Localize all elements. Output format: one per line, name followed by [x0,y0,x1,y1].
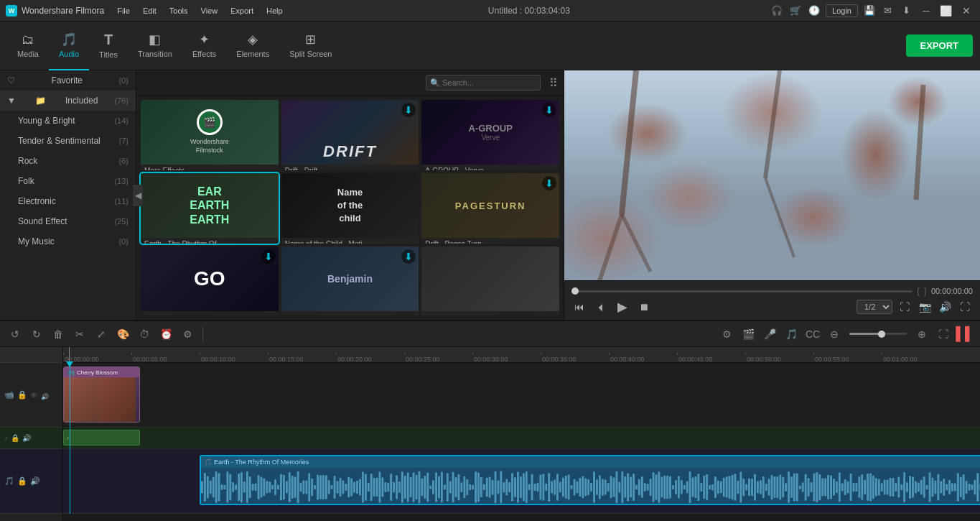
media-card-agroup[interactable]: A-GROUP Verve ⬇ A-GROUP - Verve [421,100,559,170]
tool-media[interactable]: 🗂 Media [7,22,49,70]
media-card-benjamin[interactable]: Benjamin ⬇ [281,246,419,315]
preview-controls: { } 00:00:00:00 ⏮ ⏴ ▶ ⏹ 1/2 2/2 ⛶ 📷 🔊 ⛶ [564,280,980,320]
sidebar-collapse-button[interactable]: ◀ [133,185,143,206]
media-card-drift[interactable]: DRIFT ⬇ Drift - Drift [281,100,419,170]
zoom-in-button[interactable]: ⊖ [825,325,844,344]
save-icon[interactable]: 💾 [862,4,877,18]
sidebar-young-bright[interactable]: Young & Bright (14) [0,111,136,131]
grid-toggle-icon[interactable]: ⠿ [549,76,558,90]
menu-view[interactable]: View [195,5,224,17]
sidebar-sound-effect-count: (25) [114,217,129,226]
svg-rect-240 [861,474,863,500]
tool-audio[interactable]: 🎵 Audio [49,22,89,70]
speed-button[interactable]: ⏱ [135,325,154,344]
tool-elements[interactable]: ◈ Elements [226,22,279,70]
sidebar-included[interactable]: ▼ 📁 Included (76) [0,91,136,111]
svg-rect-103 [475,471,477,503]
fullscreen-preview-button[interactable]: ⛶ [897,299,913,315]
zoom-slider[interactable] [849,333,907,335]
svg-rect-145 [593,471,595,502]
lock-attached-icon[interactable]: 🔒 [11,434,19,442]
zoom-out-button[interactable]: ⊕ [913,325,931,344]
download-icon[interactable]: ⬇ [900,4,914,18]
frame-back-button[interactable]: ⏴ [593,299,609,315]
svg-rect-178 [686,481,689,494]
media-card-blank[interactable] [421,246,559,315]
sidebar-electronic[interactable]: Electronic (11) [0,191,136,211]
snapshot-button[interactable]: 📷 [917,299,933,315]
svg-rect-256 [906,482,908,492]
titlebar-left: W Wondershare Filmora File Edit Tools Vi… [6,5,289,17]
svg-rect-78 [404,476,406,499]
svg-rect-26 [258,475,260,499]
play-button[interactable]: ▶ [615,299,630,315]
sidebar-sound-effect[interactable]: Sound Effect (25) [0,211,136,231]
tool-transition[interactable]: ◧ Transition [128,22,182,70]
timecode-display: 00:00:00:00 [931,287,973,295]
cart-icon[interactable]: 🛒 [788,4,803,18]
media-card-filmstock[interactable]: 🎬 WondershareFilmstock More Effects [141,100,279,170]
menu-tools[interactable]: Tools [164,5,194,17]
undo-button[interactable]: ↺ [6,325,24,344]
sidebar-rock[interactable]: Rock (6) [0,151,136,171]
video-clip[interactable]: 📹 Cherry Blossom [63,366,140,423]
svg-rect-100 [466,479,468,495]
timer-button[interactable]: ⏰ [157,325,175,344]
media-card-go[interactable]: GO ⬇ [141,246,279,315]
attached-audio-clip[interactable]: ♪ [63,430,140,446]
audio-lock-icon[interactable]: 🔒 [17,476,27,486]
tool-effects[interactable]: ✦ Effects [182,22,226,70]
headphone-icon[interactable]: 🎧 [770,4,784,18]
tool-titles[interactable]: T Titles [89,22,128,70]
tool-splitscreen[interactable]: ⊞ Split Screen [279,22,342,70]
menu-edit[interactable]: Edit [137,5,162,17]
video-lock-icon[interactable]: 🔒 [17,390,27,400]
progress-bar-track[interactable] [571,290,913,292]
mail-icon[interactable]: ✉ [881,4,895,18]
sidebar-my-music[interactable]: My Music (0) [0,231,136,252]
search-input[interactable] [426,75,541,91]
sidebar-rock-label: Rock [18,156,37,166]
svg-rect-125 [537,483,539,492]
video-eye-icon[interactable]: 👁 [30,391,38,400]
adjust-button[interactable]: ⚙ [178,325,197,344]
media-card-pagesturn[interactable]: PAGESTURN ⬇ Drift - Pages Turn [421,173,559,244]
menu-export[interactable]: Export [225,5,259,17]
settings-preview-button[interactable]: ⛶ [957,299,973,315]
audio-button[interactable]: 🎵 [782,325,801,344]
audio-clip[interactable]: 🎵 Earth - The Rhythm Of Memories [200,455,980,505]
vol-attached-icon[interactable]: 🔊 [22,434,31,442]
stop-button[interactable]: ⏹ [636,299,652,315]
color-button[interactable]: 🎨 [113,325,132,344]
page-selector[interactable]: 1/2 2/2 [857,300,892,314]
restore-button[interactable]: ⬜ [938,3,954,19]
login-button[interactable]: Login [826,4,858,17]
menu-file[interactable]: File [111,5,136,17]
sidebar-folk[interactable]: Folk (13) [0,171,136,191]
subtitle-button[interactable]: CC [803,325,822,344]
volume-preview-button[interactable]: 🔊 [937,299,953,315]
audio-vol-icon[interactable]: 🔊 [30,476,40,486]
clip-button[interactable]: 🎬 [739,325,757,344]
sidebar-tender[interactable]: Tender & Sentimental (7) [0,131,136,151]
sidebar-favorite[interactable]: ♡ Favorite (0) [0,70,136,91]
svg-rect-61 [356,481,358,494]
cut-button[interactable]: ✂ [70,325,89,344]
media-card-name[interactable]: Nameof thechild Name of the Child - Moti… [281,173,419,244]
media-card-earth[interactable]: EAREARTHEARTH Earth - The Rhythm Of ... [141,173,279,244]
timeline-more-button[interactable]: ▌▌ [956,325,974,344]
svg-rect-142 [584,479,587,497]
zoom-fit-button[interactable]: ⤢ [92,325,111,344]
timeline-fullscreen-button[interactable]: ⛶ [934,325,953,344]
clock-icon[interactable]: 🕐 [807,4,821,18]
delete-clip-button[interactable]: 🗑 [49,325,67,344]
export-button[interactable]: EXPORT [906,34,973,57]
redo-button[interactable]: ↻ [27,325,46,344]
svg-rect-185 [706,474,708,500]
close-button[interactable]: ✕ [958,3,974,19]
minimize-button[interactable]: ─ [918,3,934,19]
step-back-button[interactable]: ⏮ [571,299,587,315]
track-settings-button[interactable]: ⚙ [717,325,736,344]
microphone-button[interactable]: 🎤 [760,325,779,344]
menu-help[interactable]: Help [261,5,289,17]
